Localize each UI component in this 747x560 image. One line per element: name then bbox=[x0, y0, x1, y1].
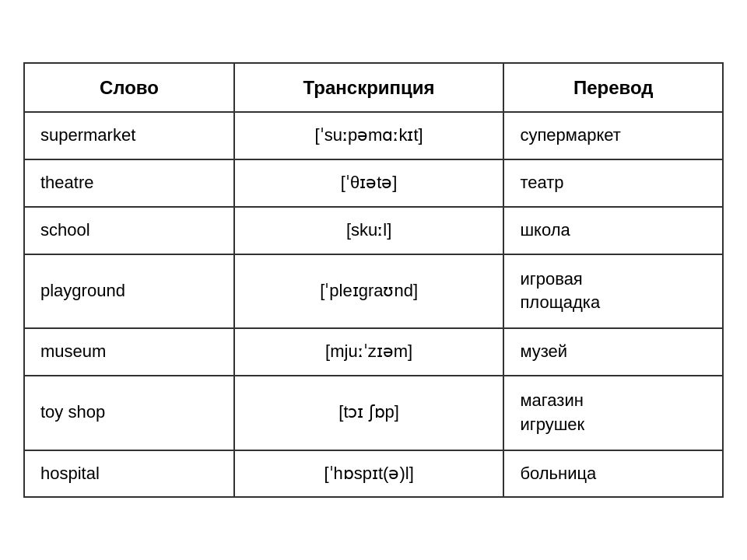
table-row: theatre[ˈθɪətə]театр bbox=[24, 159, 723, 207]
cell-translation: школа bbox=[503, 207, 723, 254]
cell-transcription: [ˈθɪətə] bbox=[234, 159, 504, 207]
table-row: toy shop[tɔɪ ʃɒp]магазинигрушек bbox=[24, 376, 723, 450]
cell-translation: магазинигрушек bbox=[503, 376, 723, 450]
cell-transcription: [ˈhɒspɪt(ə)l] bbox=[234, 450, 504, 498]
cell-transcription: [ˈsuːpəmɑːkɪt] bbox=[234, 112, 504, 159]
header-word: Слово bbox=[24, 63, 234, 113]
header-translation: Перевод bbox=[503, 63, 723, 113]
cell-transcription: [mjuːˈzɪəm] bbox=[234, 328, 504, 376]
cell-translation: игроваяплощадка bbox=[503, 254, 723, 329]
cell-word: playground bbox=[24, 254, 234, 329]
cell-translation: театр bbox=[503, 159, 723, 207]
table-row: hospital[ˈhɒspɪt(ə)l]больница bbox=[24, 450, 723, 498]
table-row: supermarket[ˈsuːpəmɑːkɪt]супермаркет bbox=[24, 112, 723, 159]
vocabulary-table: Слово Транскрипция Перевод supermarket[ˈ… bbox=[23, 62, 724, 499]
cell-transcription: [skuːl] bbox=[234, 207, 504, 254]
cell-word: theatre bbox=[24, 159, 234, 207]
cell-word: school bbox=[24, 207, 234, 254]
cell-word: hospital bbox=[24, 450, 234, 498]
table-row: playground[ˈpleɪgraʊnd]игроваяплощадка bbox=[24, 254, 723, 329]
cell-word: supermarket bbox=[24, 112, 234, 159]
cell-translation: супермаркет bbox=[503, 112, 723, 159]
vocabulary-table-wrapper: Слово Транскрипция Перевод supermarket[ˈ… bbox=[23, 62, 724, 499]
cell-word: museum bbox=[24, 328, 234, 376]
table-row: museum[mjuːˈzɪəm]музей bbox=[24, 328, 723, 376]
table-row: school[skuːl]школа bbox=[24, 207, 723, 254]
cell-transcription: [ˈpleɪgraʊnd] bbox=[234, 254, 504, 329]
cell-translation: больница bbox=[503, 450, 723, 498]
header-transcription: Транскрипция bbox=[234, 63, 504, 113]
cell-transcription: [tɔɪ ʃɒp] bbox=[234, 376, 504, 450]
table-header-row: Слово Транскрипция Перевод bbox=[24, 63, 723, 113]
cell-translation: музей bbox=[503, 328, 723, 376]
cell-word: toy shop bbox=[24, 376, 234, 450]
